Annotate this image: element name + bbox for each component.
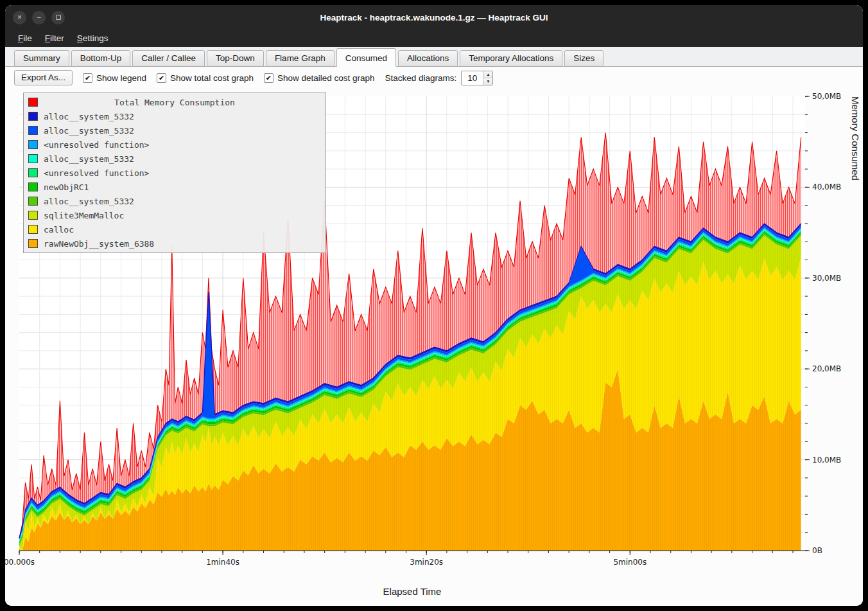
checkbox-checked-icon: ✔ [264, 73, 273, 83]
legend-swatch-icon [28, 182, 38, 191]
legend-swatch-icon [28, 98, 38, 107]
export-as-button[interactable]: Export As... [14, 70, 73, 85]
y-tick-label: 30,0MB [812, 274, 841, 283]
stacked-diagrams-value[interactable]: 10 [462, 71, 483, 85]
legend-label: calloc [44, 225, 74, 235]
menu-bar: FileFilterSettings [5, 30, 863, 47]
legend-swatch-icon [28, 112, 38, 121]
legend-swatch-icon [28, 154, 38, 163]
legend-item: rawNewObj__system_6388 [28, 236, 321, 251]
legend-item: newObjRC1 [28, 180, 321, 194]
tab-sizes[interactable]: Sizes [564, 50, 603, 67]
maximize-button[interactable] [51, 11, 65, 24]
legend-item: sqlite3MemMalloc [28, 208, 321, 222]
checkbox-show-total-cost-graph[interactable]: ✔ Show total cost graph [157, 73, 254, 83]
tab-consumed[interactable]: Consumed [336, 48, 396, 67]
legend-title-row: Total Memory Consumption [28, 95, 321, 109]
legend-label: Total Memory Consumption [44, 98, 321, 107]
legend-swatch-icon [28, 140, 38, 149]
tab-summary[interactable]: Summary [14, 50, 69, 67]
menu-mnemonic: S [77, 33, 83, 43]
legend-label: alloc__system_5332 [44, 112, 134, 121]
x-tick-label: 00.000s [5, 558, 35, 567]
checkbox-checked-icon: ✔ [83, 73, 92, 83]
checkbox-show-detailed-cost-graph[interactable]: ✔ Show detailed cost graph [264, 73, 375, 83]
legend-label: <unresolved function> [44, 168, 149, 178]
stacked-diagrams-label: Stacked diagrams: [385, 73, 457, 83]
spin-down-icon[interactable]: ▼ [483, 78, 492, 85]
legend-item: alloc__system_5332 [28, 109, 321, 123]
close-button[interactable]: × [13, 11, 26, 24]
window-title: Heaptrack - heaptrack.wakunode.1.gz — He… [5, 13, 863, 22]
legend-swatch-icon [28, 168, 38, 177]
legend-label: sqlite3MemMalloc [44, 211, 124, 220]
legend-item: <unresolved function> [28, 166, 321, 180]
legend-item: <unresolved function> [28, 137, 321, 152]
y-tick-label: 50,0MB [812, 92, 841, 101]
tab-temporary-allocations[interactable]: Temporary Allocations [460, 50, 562, 67]
legend-label: <unresolved function> [44, 140, 149, 150]
legend-swatch-icon [28, 225, 38, 234]
tab-top-down[interactable]: Top-Down [207, 50, 264, 67]
spin-up-icon[interactable]: ▲ [483, 71, 492, 78]
legend-label: alloc__system_5332 [44, 197, 134, 206]
legend-swatch-icon [28, 126, 38, 135]
y-tick-label: 10,0MB [812, 456, 841, 465]
checkbox-label: Show legend [96, 73, 146, 83]
y-axis-title: Memory Consumed [850, 96, 861, 551]
checkbox-show-legend[interactable]: ✔ Show legend [83, 73, 146, 83]
y-tick-label: 20,0MB [812, 364, 841, 373]
menu-item-file[interactable]: File [12, 31, 39, 45]
tab-bottom-up[interactable]: Bottom-Up [71, 50, 131, 67]
menu-mnemonic: F [45, 33, 50, 43]
legend-item: calloc [28, 222, 321, 236]
chart-region: 00.000s1min40s3min20s5min00s0B10,0MB20,0… [5, 89, 863, 606]
legend-item: alloc__system_5332 [28, 194, 321, 208]
legend-swatch-icon [28, 211, 38, 220]
tab-allocations[interactable]: Allocations [398, 50, 458, 67]
checkbox-label: Show total cost graph [170, 73, 254, 83]
tab-flame-graph[interactable]: Flame Graph [266, 50, 334, 67]
stacked-diagrams-spinner[interactable]: 10 ▲ ▼ [461, 71, 493, 85]
x-tick-label: 3min20s [410, 558, 443, 567]
tab-caller-callee[interactable]: Caller / Callee [132, 50, 205, 67]
spinner-arrows: ▲ ▼ [483, 71, 492, 85]
checkbox-checked-icon: ✔ [157, 73, 166, 83]
legend-label: newObjRC1 [44, 182, 89, 192]
legend-label: alloc__system_5332 [44, 154, 134, 164]
checkbox-label: Show detailed cost graph [277, 73, 375, 83]
legend-swatch-icon [28, 239, 38, 248]
app-window: × − Heaptrack - heaptrack.wakunode.1.gz … [5, 5, 863, 606]
x-tick-label: 5min00s [613, 558, 647, 567]
legend-swatch-icon [28, 197, 38, 206]
menu-mnemonic: F [18, 33, 23, 43]
legend-item: alloc__system_5332 [28, 152, 321, 166]
title-bar: × − Heaptrack - heaptrack.wakunode.1.gz … [5, 5, 863, 30]
toolbar: Export As... ✔ Show legend ✔ Show total … [5, 67, 863, 89]
window-controls: × − [13, 5, 65, 30]
x-axis-title: Elapsed Time [19, 586, 805, 597]
minimize-button[interactable]: − [32, 11, 46, 24]
legend-label: rawNewObj__system_6388 [44, 239, 154, 249]
chart-legend: Total Memory Consumptionalloc__system_53… [23, 93, 326, 253]
tab-bar: SummaryBottom-UpCaller / CalleeTop-DownF… [5, 47, 863, 67]
x-tick-label: 1min40s [206, 558, 239, 567]
maximize-icon [56, 15, 61, 20]
menu-item-settings[interactable]: Settings [71, 31, 115, 45]
legend-label: alloc__system_5332 [44, 126, 134, 136]
menu-item-filter[interactable]: Filter [39, 31, 71, 45]
legend-item: alloc__system_5332 [28, 123, 321, 137]
y-tick-label: 0B [812, 546, 822, 555]
y-tick-label: 40,0MB [812, 182, 841, 191]
